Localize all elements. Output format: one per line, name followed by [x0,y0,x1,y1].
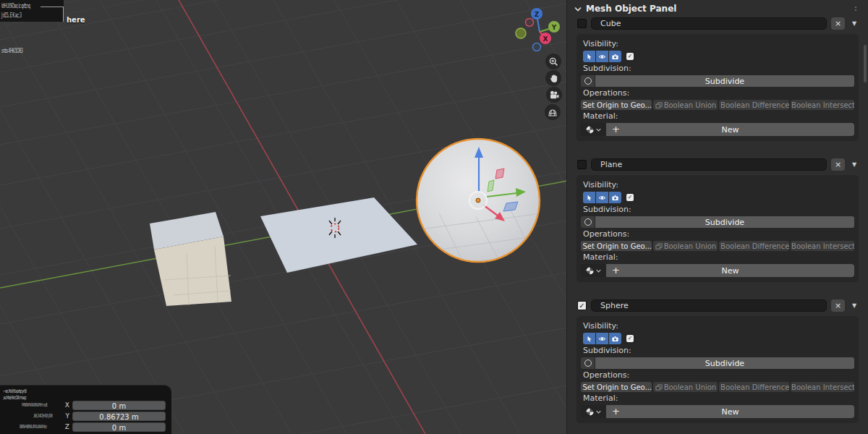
expand-triangle-icon[interactable]: ▼ [849,161,859,168]
expand-triangle-icon[interactable]: ▼ [849,20,859,27]
viewport-visibility-toggle[interactable] [596,333,608,344]
garbled-text: MNNMWWNVMm sdt [22,402,47,409]
pan-button[interactable] [545,70,561,86]
garbled-text: ,88,34O(H0E;/0B [33,413,52,420]
material-sphere-icon [585,407,595,417]
viewport-visibility-toggle[interactable] [596,192,608,203]
cube-object[interactable] [150,212,231,306]
gizmo-ball-neg-x[interactable] [526,19,534,27]
expand-triangle-icon[interactable]: ▼ [849,302,859,309]
boolean-intersect-button[interactable]: Boolean Intersect [791,241,854,251]
material-browse-dropdown[interactable] [581,264,605,277]
visibility-label: Visibility: [583,321,856,331]
move-z-row: BBNHtBNIURXLtAWhi(eZ 0 m [0,422,171,432]
boolean-intersect-button[interactable]: Boolean Intersect [791,382,854,392]
perspective-toggle-button[interactable] [545,104,561,120]
chevron-down-icon [596,410,601,414]
boolean-difference-button[interactable]: Boolean Difference [719,241,789,251]
selectable-toggle[interactable] [583,192,595,203]
material-label: Material: [583,111,856,121]
material-browse-dropdown[interactable] [581,123,605,136]
mesh-data-icon-button[interactable] [581,216,595,228]
vertex-ring-icon [584,359,592,367]
active-object-label: here [67,16,85,24]
remove-object-button[interactable]: × [831,17,845,30]
object-section-cube: ✓ Cube × ▼ Visibility: ✓ Subdivision: Su… [567,17,868,141]
garbled-text: snbs 4HK/1O83 [1,48,22,54]
panel-options-icon[interactable] [855,7,856,11]
selectable-toggle[interactable] [583,333,595,344]
gizmo-plane-x[interactable] [495,169,504,179]
eye-icon [598,53,606,61]
orientation-gizmo[interactable]: Z Y X [516,8,560,51]
plane-object[interactable] [260,197,417,273]
subdivision-label: Subdivision: [583,346,856,355]
boolean-union-button[interactable]: Boolean Union [653,382,718,392]
new-material-button[interactable]: + New [606,123,854,136]
object-name-field[interactable]: Plane [591,158,827,171]
viewport-visibility-toggle[interactable] [596,51,608,62]
render-visibility-toggle[interactable] [609,333,621,344]
object-enable-checkbox[interactable]: ✓ [577,19,587,28]
subdivision-label: Subdivision: [583,205,856,214]
boolean-intersect-button[interactable]: Boolean Intersect [791,100,854,110]
selectable-toggle[interactable] [583,51,595,62]
move-y-row: ,88,34O(H0E;/0BY 0.86723 m [0,411,171,421]
mesh-data-icon-button[interactable] [581,357,595,369]
object-section-plane: ✓ Plane × ▼ Visibility: ✓ Subdivision: S… [567,158,868,282]
remove-object-button[interactable]: × [831,299,845,312]
gizmo-z-label: Z [535,11,540,18]
camera-icon [611,53,619,61]
redo-panel[interactable]: ~se,:Rs(hExpetpyr(8 ,ss.Ma(Hbr;OB maqc M… [0,385,171,434]
object-section-sphere: ✓ Sphere × ▼ Visibility: ✓ Subdivision: … [567,299,868,423]
move-x-field[interactable]: 0 m [72,401,166,410]
render-visibility-toggle[interactable] [609,192,621,203]
garbled-text: J d15...E K ac; 3 [1,12,39,19]
material-browse-dropdown[interactable] [581,405,605,418]
visibility-checkbox[interactable]: ✓ [624,51,636,62]
mesh-data-icon-button[interactable] [581,75,595,87]
set-origin-button[interactable]: Set Origin to Geo... [581,100,652,110]
gizmo-ball-neg-z[interactable] [533,43,541,51]
visibility-checkbox[interactable]: ✓ [624,192,636,203]
move-y-field[interactable]: 0.86723 m [72,412,166,421]
garbled-text: ldH Ul:9Ose; ic qdt;nq [1,3,39,9]
render-visibility-toggle[interactable] [609,51,621,62]
boolean-icon [655,243,663,250]
3d-viewport[interactable]: Z Y X ldH Ul:9Ose; ic qdt;nq J d15...E K… [0,0,567,434]
operations-label: Operations: [583,88,856,98]
boolean-difference-button[interactable]: Boolean Difference [719,100,789,110]
axis-z-label: Z [65,423,69,430]
panel-title: Mesh Object Panel [586,4,855,14]
object-name-field[interactable]: Cube [591,17,827,30]
set-origin-button[interactable]: Set Origin to Geo... [581,382,652,392]
zoom-button[interactable] [545,54,561,69]
boolean-icon [655,384,663,391]
boolean-union-button[interactable]: Boolean Union [653,241,718,251]
chevron-down-icon [596,269,601,273]
new-material-button[interactable]: + New [606,264,854,277]
panel-header[interactable]: Mesh Object Panel [567,0,868,17]
move-z-field[interactable]: 0 m [72,422,166,432]
subdivision-label: Subdivision: [583,64,856,73]
plus-icon: + [612,124,620,135]
subdivide-button[interactable]: Subdivide [595,357,854,369]
vertex-ring-icon [584,77,592,85]
camera-view-button[interactable] [546,87,562,103]
subdivide-button[interactable]: Subdivide [595,75,854,87]
subdivide-button[interactable]: Subdivide [595,216,854,228]
object-name-field[interactable]: Sphere [591,299,827,312]
remove-object-button[interactable]: × [831,158,845,171]
boolean-union-button[interactable]: Boolean Union [653,100,718,110]
boolean-difference-button[interactable]: Boolean Difference [719,382,789,392]
set-origin-button[interactable]: Set Origin to Geo... [581,241,652,251]
cursor-icon [586,53,593,61]
sidebar-scrollbar[interactable] [864,45,867,82]
object-enable-checkbox[interactable]: ✓ [577,301,587,310]
cursor-icon [586,335,593,343]
gizmo-y-label: Y [551,24,557,31]
visibility-checkbox[interactable]: ✓ [624,333,636,344]
new-material-button[interactable]: + New [606,405,854,418]
gizmo-ball-neg-y[interactable] [516,28,526,38]
object-enable-checkbox[interactable]: ✓ [577,160,587,169]
